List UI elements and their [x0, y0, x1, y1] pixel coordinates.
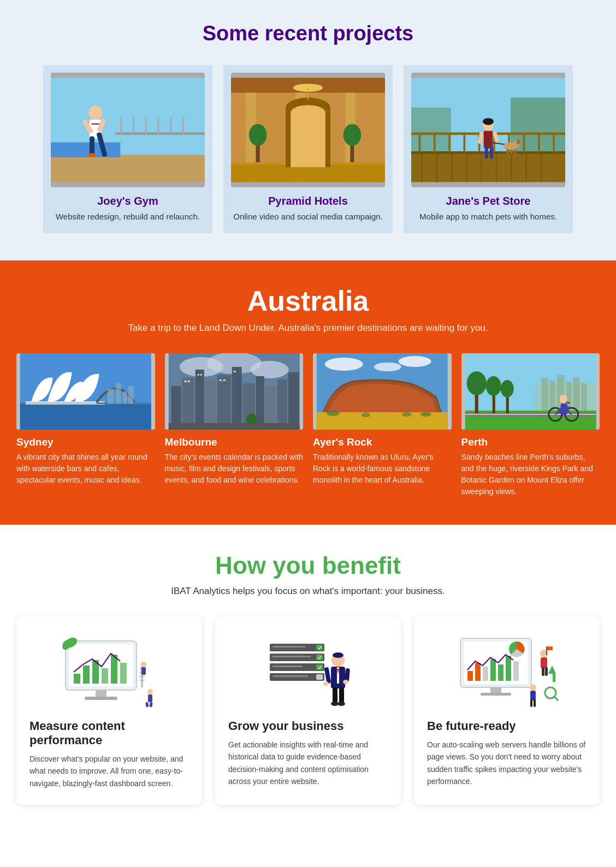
svg-rect-97	[288, 372, 299, 430]
svg-point-192	[323, 681, 329, 686]
svg-rect-99	[187, 381, 189, 382]
svg-rect-58	[538, 133, 540, 152]
svg-rect-90	[205, 381, 216, 430]
project-desc-joeys-gym: Website redesign, rebuild and relaunch.	[51, 211, 205, 222]
svg-rect-1	[51, 155, 205, 182]
benefit-desc-future: Our auto-scaling web servers handle bill…	[427, 739, 587, 788]
svg-rect-52	[448, 133, 451, 152]
svg-point-28	[291, 105, 325, 120]
svg-rect-200	[467, 671, 473, 681]
svg-rect-57	[523, 133, 525, 152]
svg-rect-47	[525, 152, 527, 182]
svg-rect-12	[92, 123, 100, 124]
svg-rect-186	[335, 653, 341, 656]
benefit-desc-grow: Get actionable insights with real-time a…	[228, 739, 388, 788]
svg-rect-42	[451, 152, 453, 182]
australia-subtitle: Take a trip to the Land Down Under. Aust…	[16, 323, 600, 334]
australia-heading: Australia	[16, 284, 600, 317]
hotel-lobby-image	[231, 73, 385, 187]
svg-rect-166	[148, 694, 152, 702]
svg-rect-13	[90, 136, 94, 156]
australia-grid: Sydney A vibrant city that shines all ye…	[16, 353, 600, 497]
svg-rect-7	[158, 117, 159, 135]
svg-rect-152	[111, 655, 117, 684]
svg-text:✓: ✓	[318, 645, 322, 651]
svg-rect-70	[485, 146, 488, 159]
svg-rect-181	[273, 656, 311, 657]
business-growth-icon: ✓ ✓ ✓	[228, 633, 388, 709]
svg-rect-51	[434, 133, 436, 152]
svg-rect-119	[541, 378, 548, 416]
svg-text:✓: ✓	[318, 655, 322, 661]
svg-line-221	[554, 697, 558, 700]
svg-point-10	[88, 105, 102, 119]
svg-rect-160	[139, 680, 145, 681]
svg-rect-167	[145, 702, 149, 708]
svg-point-142	[559, 395, 567, 403]
benefit-card-future: Be future-ready Our auto-scaling web ser…	[414, 616, 600, 805]
svg-rect-5	[133, 117, 134, 135]
svg-point-30	[249, 124, 267, 146]
future-ready-icon	[427, 633, 587, 709]
project-card-janes-pet-store: Jane's Pet Store Mobile app to match pet…	[404, 65, 573, 233]
svg-rect-92	[232, 367, 241, 430]
svg-rect-89	[195, 370, 204, 430]
pet-store-image	[411, 73, 565, 187]
svg-rect-100	[197, 374, 199, 376]
benefit-name-measure: Measure content performance	[29, 719, 189, 747]
svg-rect-211	[541, 657, 547, 668]
svg-point-131	[485, 376, 501, 396]
sydney-opera-house-image	[16, 353, 155, 430]
svg-rect-151	[102, 668, 108, 684]
project-desc-janes-pet-store: Mobile app to match pets with homes.	[411, 211, 565, 222]
svg-rect-102	[219, 379, 221, 381]
svg-point-196	[331, 702, 339, 706]
svg-rect-183	[273, 675, 308, 677]
svg-rect-44	[481, 152, 482, 182]
svg-rect-209	[481, 693, 511, 696]
australia-item-ayers-rock: Ayer's Rock Traditionally known as Uluru…	[313, 353, 452, 497]
svg-point-133	[500, 380, 513, 397]
svg-rect-6	[145, 117, 147, 135]
svg-rect-66	[514, 149, 516, 154]
svg-rect-190	[324, 667, 331, 684]
svg-rect-45	[496, 152, 497, 182]
benefit-desc-measure: Discover what's popular on your website,…	[29, 753, 189, 789]
svg-rect-50	[419, 133, 421, 152]
svg-point-111	[374, 363, 401, 371]
svg-rect-40	[421, 152, 423, 182]
svg-point-114	[420, 412, 431, 417]
svg-rect-27	[291, 112, 325, 167]
svg-rect-53	[464, 133, 466, 152]
svg-rect-48	[541, 152, 542, 182]
svg-point-216	[530, 684, 536, 691]
svg-rect-215	[547, 646, 553, 650]
svg-rect-201	[475, 663, 481, 681]
svg-rect-219	[534, 699, 536, 707]
benefit-heading: How you benefit	[16, 552, 600, 579]
svg-rect-217	[530, 691, 536, 700]
svg-rect-103	[223, 379, 225, 381]
svg-rect-101	[200, 374, 202, 376]
svg-rect-194	[333, 687, 337, 704]
svg-point-116	[402, 412, 412, 417]
svg-rect-3	[115, 133, 205, 135]
svg-point-63	[517, 139, 520, 144]
svg-rect-159	[139, 676, 145, 677]
svg-point-113	[327, 411, 340, 416]
benefit-name-future: Be future-ready	[427, 719, 587, 733]
australia-desc-sydney: A vibrant city that shines all year roun…	[16, 452, 155, 486]
svg-rect-223	[553, 674, 555, 682]
australia-name-perth: Perth	[461, 436, 600, 448]
project-card-pyramid-hotels: Pyramid Hotels Online video and social m…	[223, 65, 393, 233]
svg-rect-80	[123, 391, 127, 404]
svg-rect-71	[490, 146, 493, 159]
svg-point-115	[362, 413, 370, 417]
australia-desc-melbourne: The city's events calendar is packed wit…	[165, 452, 304, 486]
project-name-janes-pet-store: Jane's Pet Store	[411, 195, 565, 207]
svg-rect-107	[168, 423, 299, 430]
australia-name-sydney: Sydney	[16, 436, 155, 448]
benefit-grid: Measure content performance Discover wha…	[16, 616, 600, 805]
projects-section: Some recent projects	[0, 0, 616, 260]
svg-rect-96	[277, 379, 287, 430]
